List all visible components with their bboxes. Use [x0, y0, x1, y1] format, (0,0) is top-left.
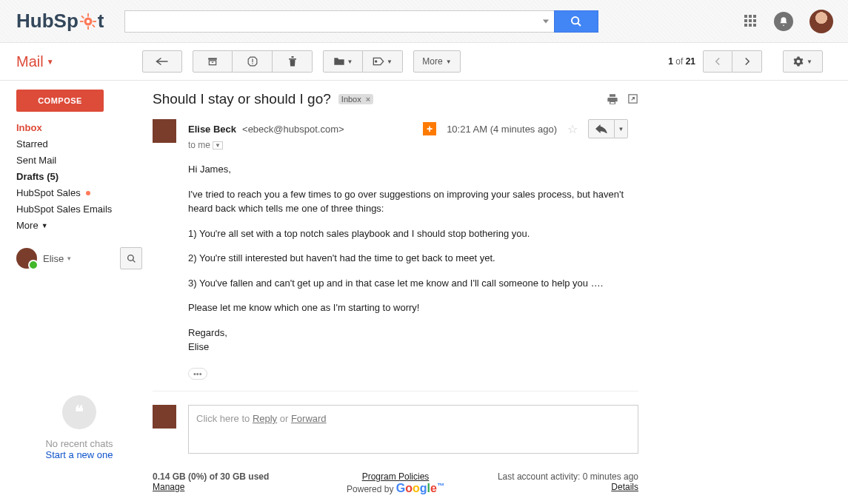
body-p1: I've tried to reach you a few times to g… [188, 187, 638, 216]
svg-rect-14 [291, 56, 293, 58]
hangouts-panel: ❝ No recent chats Start a new one [16, 395, 142, 460]
last-activity-text: Last account activity: 0 minutes ago [476, 471, 638, 482]
sender-name: Elise Beck [188, 124, 236, 135]
search-bar [124, 10, 598, 33]
message-pane: Should I stay or should I go? Inbox × El… [142, 81, 653, 504]
star-icon[interactable]: ☆ [567, 122, 578, 136]
archive-button[interactable] [193, 50, 233, 73]
pager-count: 1 of 21 [668, 56, 695, 67]
reply-or: or [277, 413, 291, 424]
caret-down-icon: ▼ [807, 58, 812, 65]
email-subject: Should I stay or should I go? [153, 91, 331, 107]
storage-text: 0.14 GB (0%) of 30 GB used [153, 471, 315, 482]
mail-label-text: Mail [16, 53, 44, 70]
search-input[interactable] [124, 10, 538, 33]
search-button[interactable] [554, 10, 598, 33]
labels-button[interactable]: ▼ [363, 50, 403, 73]
move-to-button[interactable]: ▼ [323, 50, 363, 73]
svg-rect-6 [81, 15, 84, 19]
subject-row: Should I stay or should I go? Inbox × [153, 91, 638, 107]
mail-switcher[interactable]: Mail ▼ [16, 53, 142, 70]
sidebar-item-hubspot-sales[interactable]: HubSpot Sales [16, 187, 142, 198]
chat-user-name[interactable]: Elise ▼ [43, 253, 72, 264]
sidebar-item-sent[interactable]: Sent Mail [16, 155, 142, 166]
body-p4: 3) You've fallen and can't get up and in… [188, 276, 638, 291]
caret-down-icon: ▼ [347, 58, 353, 65]
newer-button[interactable] [703, 50, 732, 73]
toolbar: Mail ▼ ▼ ▼ More ▼ [0, 43, 848, 81]
sidebar-item-hubspot-sales-emails[interactable]: HubSpot Sales Emails [16, 204, 142, 215]
sidebar-more[interactable]: More ▼ [16, 220, 142, 231]
logo-text-right: t [98, 10, 104, 33]
svg-rect-4 [80, 21, 84, 22]
svg-rect-7 [92, 24, 96, 27]
show-details-icon[interactable]: ▼ [213, 141, 223, 149]
sprocket-icon [80, 13, 96, 30]
svg-point-15 [375, 61, 377, 62]
sidebar: COMPOSE Inbox Starred Sent Mail Drafts (… [0, 81, 142, 504]
pager-position: 1 [668, 56, 673, 67]
reply-more-button[interactable]: ▼ [615, 119, 628, 138]
body-p5: Please let me know which one as I'm star… [188, 300, 638, 315]
folder-list: Inbox Starred Sent Mail Drafts (5) HubSp… [16, 122, 142, 231]
search-options-dropdown[interactable] [538, 10, 554, 33]
new-window-icon[interactable] [627, 93, 638, 105]
reply-link[interactable]: Reply [253, 413, 277, 424]
body-greeting: Hi James, [188, 162, 638, 177]
details-link[interactable]: Details [611, 482, 638, 492]
sidebar-item-drafts[interactable]: Drafts (5) [16, 171, 142, 182]
more-actions-button[interactable]: More ▼ [413, 50, 461, 73]
forward-link[interactable]: Forward [291, 413, 327, 424]
hubspot-badge-icon[interactable]: + [423, 122, 436, 135]
app-header: HubSp t [0, 0, 848, 43]
remove-label-icon[interactable]: × [366, 95, 370, 104]
sprocket-icon [84, 189, 93, 198]
sidebar-item-label: HubSpot Sales [16, 187, 81, 198]
manage-storage-link[interactable]: Manage [153, 482, 184, 492]
back-button[interactable] [142, 50, 182, 73]
print-icon[interactable] [607, 93, 618, 105]
older-button[interactable] [732, 50, 762, 73]
my-avatar [153, 405, 176, 429]
chat-avatar[interactable] [16, 248, 37, 269]
powered-by-text: Powered by [347, 484, 396, 494]
more-label: More [16, 220, 39, 231]
reply-button[interactable] [588, 119, 615, 138]
sender-email: <ebeck@hubspot.com> [242, 124, 344, 135]
header-right [744, 10, 833, 33]
caret-down-icon: ▼ [47, 58, 54, 66]
chat-search-button[interactable] [120, 247, 142, 269]
label-chip-text: Inbox [341, 95, 361, 104]
reply-area[interactable]: Click here to Reply or Forward [188, 405, 638, 454]
recipient-row[interactable]: to me ▼ [188, 140, 638, 150]
apps-grid-icon[interactable] [744, 15, 758, 28]
show-trimmed-icon[interactable]: ••• [188, 368, 207, 380]
to-text: to me [188, 140, 210, 150]
reply-box: Click here to Reply or Forward [153, 391, 638, 454]
sender-avatar[interactable] [153, 119, 176, 143]
message-timestamp: 10:21 AM (4 minutes ago) [447, 124, 557, 135]
notifications-icon[interactable] [774, 12, 793, 31]
footer: 0.14 GB (0%) of 30 GB used Manage Progra… [153, 471, 638, 504]
hangouts-start-link[interactable]: Start a new one [16, 449, 142, 460]
delete-button[interactable] [273, 50, 313, 73]
svg-point-17 [127, 255, 133, 261]
caret-down-icon: ▼ [618, 126, 624, 132]
compose-button[interactable]: COMPOSE [16, 90, 104, 112]
sidebar-item-inbox[interactable]: Inbox [16, 122, 142, 133]
more-label: More [422, 56, 442, 67]
caret-down-icon: ▼ [66, 255, 72, 262]
sidebar-item-starred[interactable]: Starred [16, 138, 142, 149]
label-chip[interactable]: Inbox × [338, 94, 373, 104]
caret-down-icon: ▼ [387, 58, 393, 65]
body-p2: 1) You're all set with a top notch sales… [188, 226, 638, 241]
svg-rect-5 [93, 21, 96, 22]
reply-prompt-pre: Click here to [196, 413, 253, 424]
spam-button[interactable] [233, 50, 273, 73]
chat-user-row: Elise ▼ [16, 247, 142, 269]
caret-down-icon: ▼ [446, 58, 452, 65]
account-avatar[interactable] [809, 10, 833, 33]
email-message: Elise Beck <ebeck@hubspot.com> + 10:21 A… [153, 119, 638, 380]
settings-button[interactable]: ▼ [783, 50, 823, 73]
program-policies-link[interactable]: Program Policies [362, 471, 430, 482]
